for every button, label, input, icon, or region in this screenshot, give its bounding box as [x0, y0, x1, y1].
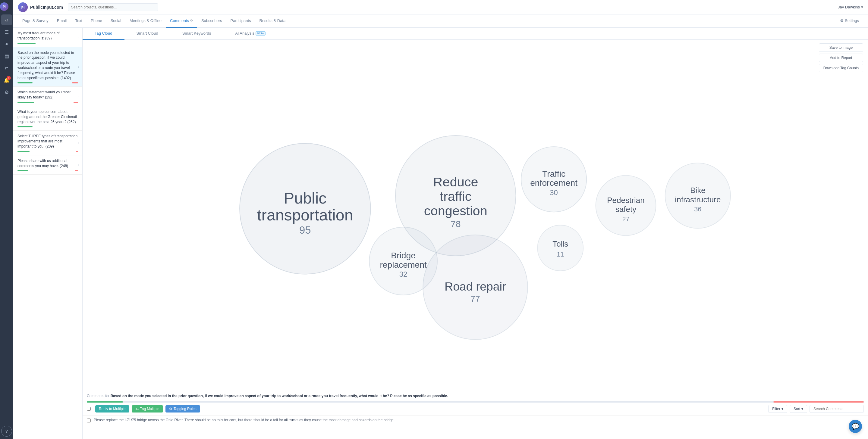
question-arrow-3: › [78, 95, 79, 98]
download-tags-button[interactable]: Download Tag Counts [819, 64, 863, 72]
svg-text:Road repair: Road repair [444, 280, 506, 293]
filter-chevron-icon: ▾ [781, 407, 783, 411]
question-item-4[interactable]: What is your top concern about getting a… [13, 106, 82, 131]
sort-label: Sort [794, 407, 800, 411]
settings-btn[interactable]: ⚙ Settings [836, 14, 863, 28]
sort-button[interactable]: Sort ▾ [789, 405, 807, 413]
bubble-bridge-replacement[interactable]: Bridge replacement 32 [369, 227, 437, 295]
comment-checkbox[interactable] [87, 418, 91, 423]
bubble-pedestrian-safety[interactable]: Pedestrian safety 27 [596, 175, 656, 236]
tab-phone[interactable]: Phone [87, 14, 106, 28]
settings-label: ⚙ Settings [840, 19, 859, 23]
question-arrow-5: › [78, 141, 79, 145]
question-text-4: What is your top concern about getting a… [18, 109, 78, 124]
bar-green-5 [18, 151, 30, 152]
sidebar-item-list[interactable]: ☰ [1, 27, 12, 37]
bar-green-6 [18, 170, 28, 171]
chat-button[interactable]: 💬 [849, 420, 862, 433]
tab-page-survey[interactable]: Page & Survey [18, 14, 53, 28]
svg-text:congestion: congestion [424, 204, 487, 218]
tab-text[interactable]: Text [71, 14, 87, 28]
bubble-traffic-enforcement[interactable]: Traffic enforcement 30 [521, 147, 587, 212]
sidebar-item-share[interactable]: ⇄ [1, 63, 12, 73]
svg-text:safety: safety [615, 205, 637, 214]
svg-text:27: 27 [622, 215, 629, 223]
home-icon: ⌂ [5, 17, 8, 23]
tab-meetings-label: Meetings & Offline [130, 19, 161, 23]
tab-email-label: Email [57, 19, 67, 23]
filter-button[interactable]: Filter ▾ [768, 405, 787, 413]
select-all-checkbox[interactable] [87, 407, 93, 411]
svg-text:Pedestrian: Pedestrian [607, 196, 645, 205]
chart-icon: ▤ [4, 53, 9, 59]
svg-text:enforcement: enforcement [530, 178, 578, 188]
tab-email[interactable]: Email [53, 14, 71, 28]
brand-svg: PI [18, 2, 28, 12]
share-icon: ⇄ [5, 66, 8, 70]
svg-text:replacement: replacement [380, 260, 427, 269]
svg-text:infrastructure: infrastructure [675, 195, 721, 204]
global-search[interactable] [68, 3, 158, 11]
question-item-6[interactable]: Please share with us additional comments… [13, 155, 82, 175]
sidebar-item-users[interactable]: ● [1, 38, 12, 49]
svg-text:Bike: Bike [690, 186, 706, 195]
tab-comments-label: Comments [170, 19, 189, 23]
sub-nav-ai-analysis[interactable]: AI Analysis BETA [223, 28, 277, 40]
question-item-1[interactable]: My most frequent mode of transportation … [13, 28, 82, 47]
svg-text:78: 78 [451, 218, 461, 229]
tagging-rules-icon: ⚙ [169, 407, 173, 411]
question-item-3[interactable]: Which statement would you most likely sa… [13, 87, 82, 106]
bubble-public-transportation[interactable]: Public transportation 95 [240, 143, 370, 274]
comments-toolbar: Reply to Multiple 🏷 Tag Multiple ⚙ Taggi… [83, 403, 868, 415]
tab-page-survey-label: Page & Survey [22, 19, 49, 23]
add-report-button[interactable]: Add to Report [819, 54, 863, 62]
viz-actions: Save to Image Add to Report Download Tag… [819, 43, 863, 72]
reply-multiple-button[interactable]: Reply to Multiple [95, 405, 129, 412]
sidebar: PI ⌂ ☰ ● ▤ ⇄ 🔔 1 ⚙ ? [0, 0, 13, 439]
comments-prefix: Comments for [87, 394, 110, 398]
bubble-tolls[interactable]: Tolls 11 [537, 225, 583, 271]
sidebar-item-home[interactable]: ⌂ [1, 14, 12, 25]
tab-subscribers-label: Subscribers [201, 19, 222, 23]
sub-nav: Tag Cloud Smart Cloud Smart Keywords AI … [83, 28, 868, 40]
bar-red-2 [72, 82, 78, 83]
tag-multiple-button[interactable]: 🏷 Tag Multiple [132, 405, 163, 412]
tab-subscribers[interactable]: Subscribers [197, 14, 226, 28]
question-item-2[interactable]: Based on the mode you selected in the pr… [13, 47, 82, 87]
sidebar-item-settings[interactable]: ⚙ [1, 87, 12, 98]
sub-nav-tag-cloud[interactable]: Tag Cloud [83, 28, 124, 40]
bubble-road-repair[interactable]: Road repair 77 [423, 235, 527, 339]
tab-participants[interactable]: Participants [226, 14, 255, 28]
tab-comments[interactable]: Comments ⟳ [166, 14, 197, 28]
tagging-rules-button[interactable]: ⚙ Tagging Rules [165, 405, 200, 412]
sub-nav-smart-keywords[interactable]: Smart Keywords [170, 28, 223, 40]
search-comments-input[interactable] [809, 405, 864, 413]
sidebar-item-chart[interactable]: ▤ [1, 50, 12, 61]
tab-results[interactable]: Results & Data [255, 14, 290, 28]
select-all-input[interactable] [87, 407, 91, 411]
tagging-rules-label: Tagging Rules [174, 407, 196, 411]
question-arrow-4: › [78, 116, 79, 120]
save-image-button[interactable]: Save to Image [819, 43, 863, 52]
bubble-bike-infrastructure[interactable]: Bike infrastructure 36 [665, 163, 731, 228]
question-item-5[interactable]: Select THREE types of transportation imp… [13, 131, 82, 155]
svg-text:11: 11 [557, 250, 564, 258]
question-bar-6 [18, 170, 78, 171]
main-nav: Page & Survey Email Text Phone Social Me… [13, 14, 868, 28]
beta-badge: BETA [255, 31, 266, 36]
sub-nav-tag-cloud-label: Tag Cloud [95, 31, 113, 36]
viz-container: Save to Image Add to Report Download Tag… [83, 40, 868, 391]
bar-green-3 [18, 102, 34, 103]
search-input[interactable] [68, 3, 158, 11]
sub-nav-smart-keywords-label: Smart Keywords [182, 31, 211, 36]
help-icon-btn[interactable]: ? [1, 426, 12, 437]
tab-meetings[interactable]: Meetings & Offline [125, 14, 166, 28]
user-menu[interactable]: Jay Dawkins ▾ [838, 5, 863, 9]
svg-text:77: 77 [470, 294, 480, 304]
sub-nav-smart-cloud[interactable]: Smart Cloud [124, 28, 170, 40]
top-bar-right: Jay Dawkins ▾ [838, 5, 863, 9]
svg-text:Public: Public [284, 190, 327, 207]
user-chevron-icon: ▾ [861, 5, 863, 9]
sidebar-item-bell[interactable]: 🔔 1 [1, 75, 12, 86]
tab-social[interactable]: Social [106, 14, 125, 28]
